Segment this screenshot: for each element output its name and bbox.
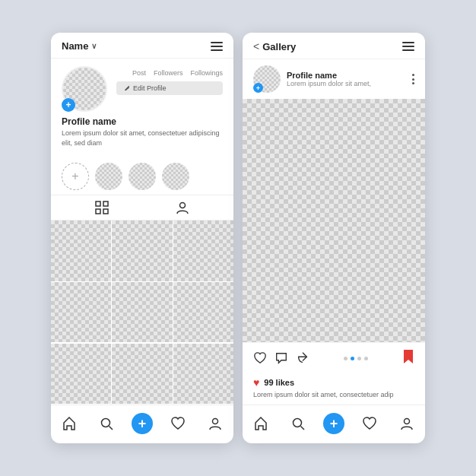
story-circle-2[interactable] <box>129 163 156 190</box>
dot-1 <box>412 74 414 76</box>
dot-indicator-1 <box>344 357 347 360</box>
bottom-nav-right: + <box>243 405 425 443</box>
grid-cell-5[interactable] <box>112 282 172 342</box>
add-story-button[interactable]: + <box>62 98 75 112</box>
menu-line <box>402 46 414 47</box>
tab-tagged[interactable] <box>175 200 190 215</box>
stat-followers: Followers <box>154 69 183 77</box>
edit-profile-label: Edit Profile <box>133 84 167 92</box>
likes-heart-icon: ♥ <box>253 376 259 389</box>
edit-profile-button[interactable]: Edit Profile <box>116 81 223 95</box>
grid-cell-2[interactable] <box>112 221 172 281</box>
add-story-circle[interactable]: + <box>62 163 89 190</box>
post-username: Profile name <box>287 71 406 80</box>
svg-rect-3 <box>103 209 108 214</box>
right-nav-home[interactable] <box>249 411 273 436</box>
dot-indicator-3 <box>357 357 361 360</box>
grid-cell-9[interactable] <box>173 344 233 404</box>
nav-heart[interactable] <box>166 411 190 436</box>
post-profile-row: + Profile name Lorem ipsum dolor sit ame… <box>243 59 425 99</box>
profile-section: + Post Followers Fo <box>51 59 233 158</box>
post-image <box>243 99 425 342</box>
post-actions-bar <box>243 342 425 373</box>
profile-tabs <box>51 195 233 221</box>
carousel-indicator <box>317 357 395 360</box>
stories-row: + <box>51 158 233 195</box>
dot-2 <box>412 78 414 81</box>
svg-point-8 <box>294 419 302 427</box>
story-circle-3[interactable] <box>162 163 189 190</box>
dot-3 <box>412 82 414 84</box>
svg-line-6 <box>109 427 113 430</box>
tab-grid[interactable] <box>94 200 109 215</box>
more-options-button[interactable] <box>412 74 414 84</box>
right-nav-search[interactable] <box>286 411 310 436</box>
svg-line-9 <box>301 427 305 430</box>
profile-right: Post Followers Followings Edit <box>116 66 223 95</box>
profile-name-header[interactable]: Name ∨ <box>62 40 97 52</box>
back-arrow-icon: < <box>253 40 259 52</box>
svg-point-4 <box>180 203 186 208</box>
followers-label: Followers <box>154 69 183 77</box>
grid-cell-1[interactable] <box>51 221 111 281</box>
menu-line <box>211 46 223 47</box>
nav-home[interactable] <box>57 411 81 436</box>
right-heart-icon <box>362 416 377 431</box>
grid-cell-6[interactable] <box>173 282 233 342</box>
right-phone: < Gallery + Profile name Lorem ipsum dol… <box>243 33 425 443</box>
profile-top: + Post Followers Fo <box>62 66 223 112</box>
share-icon <box>296 351 309 365</box>
dot-indicator-2 <box>351 357 354 360</box>
nav-search[interactable] <box>94 411 119 436</box>
post-caption: Lorem ipsum dolor sit amet, consectetuer… <box>253 390 414 400</box>
right-nav-heart[interactable] <box>357 411 382 436</box>
bookmark-icon <box>402 349 414 364</box>
back-navigation[interactable]: < Gallery <box>253 40 296 52</box>
heart-icon <box>170 416 186 431</box>
grid-cell-7[interactable] <box>51 344 111 404</box>
bio-text: Lorem ipsum dolor sit amet, consectetuer… <box>62 129 223 148</box>
heart-outline-icon <box>253 351 267 365</box>
post-subtitle: Lorem ipsum dolor sit amet, <box>287 80 406 87</box>
likes-row: ♥ 99 likes <box>253 376 414 389</box>
story-circle-1[interactable] <box>95 163 122 190</box>
left-header: Name ∨ <box>51 33 233 59</box>
likes-section: ♥ 99 likes Lorem ipsum dolor sit amet, c… <box>243 373 425 405</box>
nav-add-button[interactable]: + <box>132 413 153 434</box>
hamburger-menu-icon[interactable] <box>211 42 223 51</box>
right-header: < Gallery <box>243 33 425 59</box>
gallery-title: Gallery <box>262 41 296 52</box>
svg-point-7 <box>212 419 217 424</box>
post-add-story-button[interactable]: + <box>253 83 263 93</box>
likes-count: 99 likes <box>264 378 294 387</box>
menu-line <box>402 42 414 43</box>
menu-line <box>402 49 414 51</box>
grid-cell-3[interactable] <box>173 221 233 281</box>
bookmark-button[interactable] <box>402 349 414 367</box>
menu-line <box>211 49 223 51</box>
right-person-icon <box>399 416 414 431</box>
like-button[interactable] <box>253 351 267 365</box>
svg-rect-2 <box>96 209 100 214</box>
comment-button[interactable] <box>274 351 288 365</box>
svg-rect-0 <box>96 202 100 206</box>
grid-cell-4[interactable] <box>51 282 111 342</box>
svg-point-10 <box>404 419 409 424</box>
right-hamburger-menu-icon[interactable] <box>402 42 414 51</box>
search-icon <box>99 416 114 431</box>
nav-profile[interactable] <box>203 411 227 436</box>
comment-icon <box>274 351 288 365</box>
menu-line <box>211 42 223 43</box>
right-nav-add-button[interactable]: + <box>323 413 344 434</box>
right-nav-profile[interactable] <box>395 411 419 436</box>
right-search-icon <box>290 416 306 431</box>
share-button[interactable] <box>296 351 309 365</box>
followings-label: Followings <box>190 69 223 77</box>
grid-cell-8[interactable] <box>112 344 172 404</box>
chevron-down-icon: ∨ <box>91 42 97 50</box>
stat-post: Post <box>132 69 146 77</box>
post-label: Post <box>132 69 146 77</box>
left-phone: Name ∨ + Post <box>51 33 233 443</box>
svg-point-5 <box>102 419 110 427</box>
svg-rect-1 <box>103 202 108 206</box>
